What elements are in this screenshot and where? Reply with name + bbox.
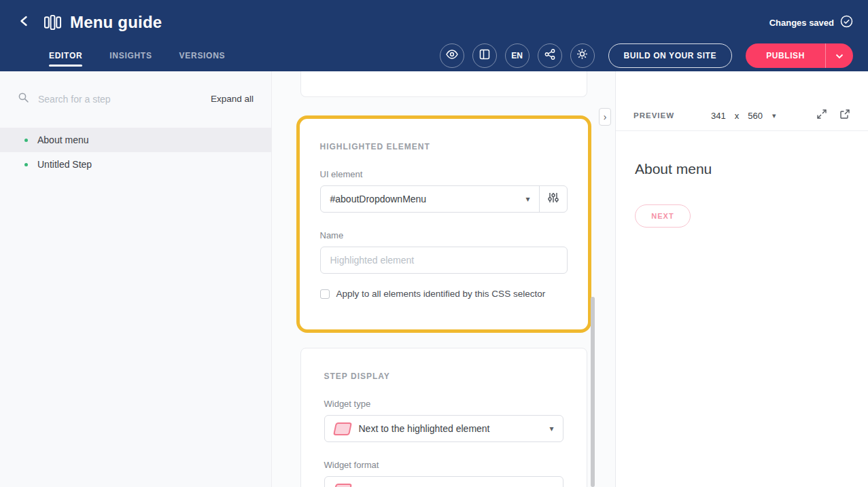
language-button[interactable]: EN [505, 43, 530, 68]
main-area: Expand all About menu Untitled Step HIGH… [0, 71, 868, 487]
highlighted-element-card: HIGHLIGHTED ELEMENT UI element #aboutDro… [296, 115, 591, 333]
widget-format-select[interactable] [324, 476, 563, 487]
widget-format-option [325, 484, 563, 487]
chevron-left-icon [18, 14, 31, 31]
ui-element-label: UI element [320, 169, 568, 179]
tab-versions[interactable]: VERSIONS [179, 39, 226, 71]
name-input[interactable] [320, 247, 568, 274]
chevron-down-icon: ▾ [772, 111, 776, 120]
previous-card-partial [300, 71, 587, 97]
expand-preview-button[interactable] [816, 109, 827, 122]
gear-icon [576, 48, 588, 62]
step-item-label: About menu [37, 134, 89, 145]
app-window: Menu guide Changes saved EDITOR INSIGHTS… [0, 0, 868, 487]
external-link-icon [839, 109, 850, 122]
open-in-new-button[interactable] [839, 109, 850, 122]
steps-sidebar: Expand all About menu Untitled Step [0, 71, 272, 487]
preview-header-actions [816, 109, 850, 122]
expand-all-link[interactable]: Expand all [211, 94, 254, 104]
chevron-down-icon: ▾ [517, 194, 538, 204]
chevron-down-icon [835, 50, 844, 62]
name-label: Name [320, 230, 568, 240]
layout-button[interactable] [472, 43, 497, 68]
step-search-row: Expand all [18, 92, 254, 106]
step-search-input[interactable] [37, 93, 203, 105]
layout-panel-icon [479, 49, 490, 62]
chevron-down-icon: ▾ [540, 424, 562, 433]
preview-panel: PREVIEW 341 x 560 ▾ [615, 71, 868, 487]
publish-dropdown-button[interactable] [826, 43, 853, 68]
collapse-preview-button[interactable]: › [599, 108, 611, 126]
step-display-card: STEP DISPLAY Widget type Next to the hig… [300, 348, 587, 487]
tab-editor[interactable]: EDITOR [49, 39, 82, 71]
settings-button[interactable] [570, 43, 595, 68]
widget-format-icon [332, 484, 351, 487]
element-picker-button[interactable] [540, 192, 567, 206]
page-title: Menu guide [70, 13, 162, 32]
preview-label: PREVIEW [633, 111, 674, 120]
back-button[interactable] [15, 13, 34, 32]
editor-panel: HIGHLIGHTED ELEMENT UI element #aboutDro… [272, 71, 615, 487]
preview-next-button[interactable]: NEXT [635, 204, 691, 228]
widget-type-option: Next to the highlighted element [325, 422, 541, 435]
apply-all-checkbox[interactable] [320, 289, 330, 299]
step-item-about-menu[interactable]: About menu [0, 128, 271, 152]
step-item-label: Untitled Step [37, 159, 92, 170]
preview-body: About menu NEXT [616, 131, 868, 245]
search-icon [18, 92, 29, 106]
card-heading: STEP DISPLAY [324, 372, 563, 381]
preview-eye-button[interactable] [440, 43, 464, 68]
top-header: Menu guide Changes saved EDITOR INSIGHTS… [0, 0, 868, 71]
tune-sliders-icon [547, 192, 559, 206]
widget-type-icon [332, 422, 351, 435]
expand-arrows-icon [816, 109, 827, 122]
preview-height-value: 560 [748, 111, 763, 121]
widget-type-select[interactable]: Next to the highlighted element ▾ [324, 415, 563, 442]
widget-type-value: Next to the highlighted element [359, 423, 490, 434]
publish-split-button: PUBLISH [746, 43, 853, 68]
header-actions: EN BUILD ON YOUR SITE PUBLISH [440, 43, 853, 68]
preview-width-value: 341 [711, 111, 726, 121]
header-tabs: EDITOR INSIGHTS VERSIONS [49, 39, 225, 71]
build-on-your-site-button[interactable]: BUILD ON YOUR SITE [608, 43, 733, 68]
publish-button[interactable]: PUBLISH [746, 43, 825, 68]
check-circle-icon [840, 15, 853, 30]
app-logo-columns-icon [44, 14, 62, 31]
chevron-right-icon: › [604, 111, 607, 122]
eye-icon [446, 50, 458, 62]
language-badge: EN [511, 51, 523, 60]
ui-element-value: #aboutDropdownMenu [321, 194, 517, 204]
step-dot-icon [24, 163, 28, 166]
share-icon [544, 49, 555, 62]
step-dot-icon [24, 139, 28, 142]
apply-all-row: Apply to all elements identified by this… [320, 289, 568, 299]
header-toolbar-row: EDITOR INSIGHTS VERSIONS EN [15, 39, 853, 71]
header-title-row: Menu guide Changes saved [15, 5, 853, 39]
share-button[interactable] [538, 43, 562, 68]
preview-step-title: About menu [635, 161, 849, 177]
preview-header: PREVIEW 341 x 560 ▾ [616, 101, 868, 131]
changes-saved-label: Changes saved [769, 18, 834, 28]
ui-element-select[interactable]: #aboutDropdownMenu ▾ [320, 185, 568, 213]
step-list: About menu Untitled Step [0, 128, 271, 177]
editor-scrollbar[interactable] [591, 297, 595, 487]
widget-format-label: Widget format [324, 460, 563, 470]
card-heading: HIGHLIGHTED ELEMENT [320, 142, 568, 151]
widget-type-label: Widget type [324, 399, 563, 409]
tab-insights[interactable]: INSIGHTS [109, 39, 152, 71]
step-item-untitled-step[interactable]: Untitled Step [0, 152, 271, 177]
apply-all-label: Apply to all elements identified by this… [336, 289, 546, 299]
dimension-separator: x [735, 111, 740, 121]
preview-size-control[interactable]: 341 x 560 ▾ [711, 111, 776, 121]
changes-saved-status: Changes saved [769, 15, 853, 30]
